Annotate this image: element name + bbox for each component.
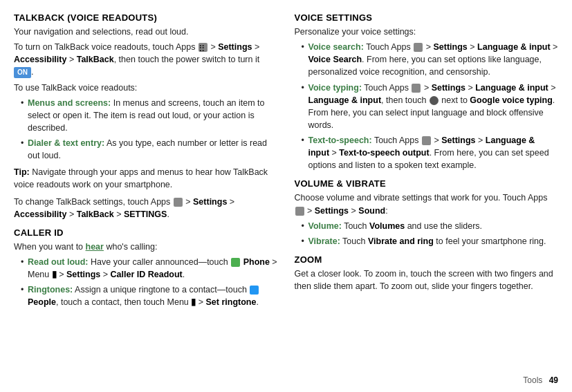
apps-icon4 xyxy=(412,84,421,93)
zoom-section: ZOOM Get a closer look. To zoom in, touc… xyxy=(295,254,559,292)
hear-word: hear xyxy=(86,242,104,252)
tip-paragraph: Tip: Navigate through your apps and menu… xyxy=(14,166,278,191)
volume-label: Volume: xyxy=(308,221,342,231)
people-icon xyxy=(250,286,259,295)
apps-icon2 xyxy=(174,198,183,207)
vibrate-label: Vibrate: xyxy=(308,236,340,246)
zoom-text: Get a closer look. To zoom in, touch the… xyxy=(295,268,559,292)
bullet-ringtones-label: Ringtones: xyxy=(28,285,73,295)
on-badge: ON xyxy=(14,67,31,79)
apps-icon3 xyxy=(414,43,423,52)
apps-icon5 xyxy=(422,136,431,145)
bullet-dialer: Dialer & text entry: As you type, each n… xyxy=(21,137,278,162)
voice-settings-section: VOICE SETTINGS Personalize your voice se… xyxy=(295,12,559,171)
talkback-intro: Your navigation and selections, read out… xyxy=(14,26,278,38)
talkback-p3: To change TalkBack settings, touch Apps … xyxy=(14,196,278,221)
volume-text: Touch Volumes and use the sliders. xyxy=(344,221,482,231)
bullet-ringtones-text: Assign a unique ringtone to a contact—to… xyxy=(75,285,249,295)
bullet-tts: Text-to-speech: Touch Apps > Settings > … xyxy=(302,134,559,171)
page-footer: Tools 49 xyxy=(523,375,558,385)
talkback-p1-pre: To turn on TalkBack voice readouts, touc… xyxy=(14,42,198,52)
vibrate-text: Touch Vibrate and ring to feel your smar… xyxy=(342,236,546,246)
tip-text: Navigate through your apps and menus to … xyxy=(14,167,268,189)
bullet-ringtones-extra: People, touch a contact, then touch Menu… xyxy=(28,297,259,307)
zoom-title: ZOOM xyxy=(295,254,559,265)
footer-label: Tools xyxy=(523,375,542,385)
footer-page-number: 49 xyxy=(549,375,558,385)
caller-id-intro: When you want to hear who's calling: xyxy=(14,241,278,253)
volume-bullets: Volume: Touch Volumes and use the slider… xyxy=(295,220,559,248)
talkback-section: TALKBACK (VOICE READOUTS) Your navigatio… xyxy=(14,12,278,221)
bullet-dialer-label: Dialer & text entry: xyxy=(28,138,104,148)
volume-intro: Choose volume and vibrate settings that … xyxy=(295,192,559,216)
voice-bullets: Voice search: Touch Apps > Settings > La… xyxy=(295,41,559,171)
talkback-p2: To use TalkBack voice readouts: xyxy=(14,82,278,94)
talkback-p1: To turn on TalkBack voice readouts, touc… xyxy=(14,41,278,78)
tts-label: Text-to-speech: xyxy=(308,136,372,145)
voice-settings-intro: Personalize your voice settings: xyxy=(295,26,559,38)
caller-id-title: CALLER ID xyxy=(14,227,278,238)
voice-search-label: Voice search: xyxy=(308,42,364,52)
right-column: VOICE SETTINGS Personalize your voice se… xyxy=(295,12,559,382)
tip-label: Tip: xyxy=(14,167,30,177)
bullet-read-text: Have your caller announced—touch xyxy=(91,257,230,267)
talkback-bullets: Menus and screens: In menus and screens,… xyxy=(14,97,278,162)
bullet-vibrate: Vibrate: Touch Vibrate and ring to feel … xyxy=(302,235,559,248)
voice-settings-title: VOICE SETTINGS xyxy=(295,12,559,23)
bullet-voice-typing: Voice typing: Touch Apps > Settings > La… xyxy=(302,82,559,132)
volume-title: VOLUME & VIBRATE xyxy=(295,178,559,189)
volume-section: VOLUME & VIBRATE Choose volume and vibra… xyxy=(295,178,559,248)
phone-icon xyxy=(231,258,240,267)
bullet-voice-search: Voice search: Touch Apps > Settings > La… xyxy=(302,41,559,78)
bullet-read-out-loud: Read out loud: Have your caller announce… xyxy=(21,256,278,281)
talkback-title: TALKBACK (VOICE READOUTS) xyxy=(14,12,278,23)
bullet-menus-screens: Menus and screens: In menus and screens,… xyxy=(21,97,278,134)
apps-icon6 xyxy=(295,207,304,216)
caller-id-section: CALLER ID When you want to hear who's ca… xyxy=(14,227,278,309)
bullet-ringtones: Ringtones: Assign a unique ringtone to a… xyxy=(21,283,278,308)
bullet-volume: Volume: Touch Volumes and use the slider… xyxy=(302,220,559,232)
bullet-menus-label: Menus and screens: xyxy=(28,98,111,108)
voice-typing-label: Voice typing: xyxy=(308,83,362,93)
bullet-read-label: Read out loud: xyxy=(28,257,89,267)
apps-icon: ⠿ xyxy=(199,43,207,52)
gear-icon xyxy=(430,96,439,105)
left-column: TALKBACK (VOICE READOUTS) Your navigatio… xyxy=(14,12,278,382)
caller-id-bullets: Read out loud: Have your caller announce… xyxy=(14,256,278,309)
